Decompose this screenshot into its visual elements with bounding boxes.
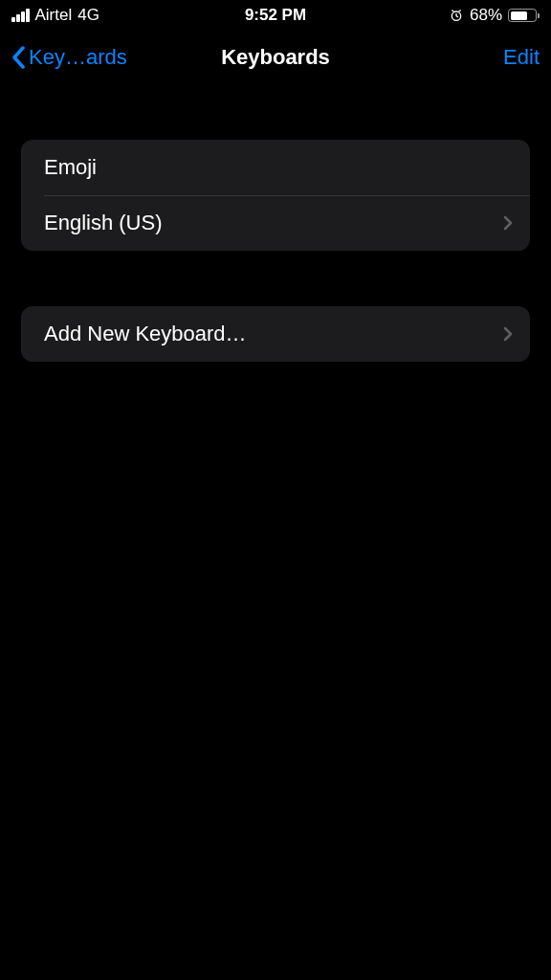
clock-label: 9:52 PM xyxy=(245,6,306,25)
nav-bar: Key…ards Keyboards Edit xyxy=(0,31,551,84)
keyboards-list: Emoji English (US) xyxy=(21,140,530,251)
status-left: Airtel 4G xyxy=(11,6,99,25)
signal-icon xyxy=(11,9,30,22)
chevron-back-icon xyxy=(11,46,25,69)
svg-line-4 xyxy=(459,11,461,11)
keyboard-row-english-us[interactable]: English (US) xyxy=(21,195,530,251)
back-label: Key…ards xyxy=(29,45,127,70)
add-keyboard-group: Add New Keyboard… xyxy=(21,306,530,362)
back-button[interactable]: Key…ards xyxy=(11,45,127,70)
svg-line-2 xyxy=(456,16,458,17)
add-keyboard-button[interactable]: Add New Keyboard… xyxy=(21,306,530,362)
edit-button[interactable]: Edit xyxy=(503,45,540,70)
chevron-right-icon xyxy=(503,326,513,342)
page-title: Keyboards xyxy=(221,45,330,70)
chevron-right-icon xyxy=(503,215,513,231)
keyboard-label: Emoji xyxy=(44,155,97,180)
svg-line-3 xyxy=(452,11,453,11)
status-bar: Airtel 4G 9:52 PM 68% xyxy=(0,0,551,31)
alarm-icon xyxy=(449,8,464,23)
keyboard-label: English (US) xyxy=(44,211,162,235)
status-right: 68% xyxy=(449,6,540,25)
network-label: 4G xyxy=(77,6,99,25)
content-area: Emoji English (US) Add New Keyboard… xyxy=(0,84,551,362)
battery-icon xyxy=(508,9,540,22)
carrier-label: Airtel xyxy=(35,6,73,25)
keyboard-row-emoji[interactable]: Emoji xyxy=(21,140,530,195)
add-keyboard-label: Add New Keyboard… xyxy=(44,322,247,346)
battery-percent-label: 68% xyxy=(470,6,502,25)
